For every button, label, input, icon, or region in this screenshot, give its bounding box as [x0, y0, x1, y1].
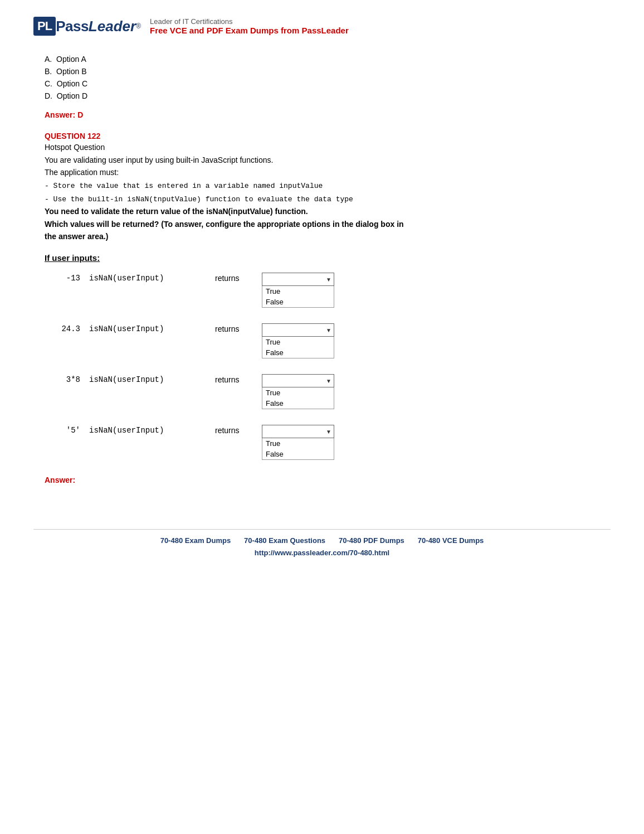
- option-d-text: Option D: [57, 91, 87, 100]
- input-value-1: -13: [45, 273, 89, 283]
- dropdown-4-top[interactable]: ▼: [262, 425, 334, 438]
- input-value-4: '5': [45, 425, 89, 435]
- footer-url[interactable]: http://www.passleader.com/70-480.html: [255, 549, 389, 557]
- logo-pass: Pass: [56, 18, 89, 35]
- logo-reg: ®: [136, 22, 141, 30]
- answer1-value: D: [77, 110, 83, 119]
- input-returns-1: returns: [212, 273, 256, 283]
- input-value-2: 24.3: [45, 323, 89, 333]
- if-user-section: If user inputs: -13 isNaN(userInput) ret…: [45, 253, 611, 460]
- options-section: A. Option A B. Option B C. Option C D. O…: [45, 55, 611, 100]
- option-d-letter: D.: [45, 91, 52, 100]
- footer-link-2[interactable]: 70-480 Exam Questions: [244, 536, 325, 545]
- if-user-title: If user inputs:: [45, 253, 611, 263]
- dropdown-1-option-false[interactable]: False: [262, 297, 334, 307]
- page-header: PL PassLeader® Leader of IT Certificatio…: [33, 11, 611, 39]
- input-row-2: 24.3 isNaN(userInput) returns ▼ True Fal…: [45, 323, 611, 358]
- chevron-down-icon-4: ▼: [326, 428, 331, 434]
- footer-link-1[interactable]: 70-480 Exam Dumps: [160, 536, 231, 545]
- qbody-line7: the answer area.): [45, 232, 108, 241]
- chevron-down-icon-3: ▼: [326, 377, 331, 384]
- dropdown-3-options: True False: [262, 387, 334, 409]
- dropdown-3[interactable]: ▼ True False: [262, 374, 334, 409]
- qbody-line5: You need to validate the return value of…: [45, 207, 308, 216]
- input-row-1: -13 isNaN(userInput) returns ▼ True Fals…: [45, 273, 611, 308]
- footer-links: 70-480 Exam Dumps 70-480 Exam Questions …: [33, 536, 611, 545]
- header-right: Leader of IT Certifications Free VCE and…: [150, 17, 349, 35]
- qbody-line1: You are validating user input by using b…: [45, 156, 273, 164]
- question-title: QUESTION 122: [45, 132, 611, 140]
- answer1-label: Answer:: [45, 110, 75, 119]
- dropdown-4-option-true[interactable]: True: [262, 438, 334, 449]
- option-b-letter: B.: [45, 67, 52, 76]
- input-row-3: 3*8 isNaN(userInput) returns ▼ True Fals…: [45, 374, 611, 409]
- dropdown-3-option-true[interactable]: True: [262, 387, 334, 398]
- option-c: C. Option C: [45, 79, 611, 88]
- leader-text: Leader of IT Certifications: [150, 17, 349, 26]
- chevron-down-icon: ▼: [326, 276, 331, 282]
- logo-leader: Leader: [89, 18, 136, 35]
- qbody-line3: - Store the value that is entered in a v…: [45, 182, 323, 190]
- dropdown-2[interactable]: ▼ True False: [262, 323, 334, 358]
- dropdown-4-options: True False: [262, 438, 334, 460]
- footer-link-3[interactable]: 70-480 PDF Dumps: [339, 536, 404, 545]
- answer2-line: Answer:: [45, 476, 611, 484]
- dropdown-1-top[interactable]: ▼: [262, 273, 334, 286]
- free-vce-text: Free VCE and PDF Exam Dumps from PassLea…: [150, 26, 349, 35]
- input-func-1: isNaN(userInput): [89, 273, 212, 283]
- chevron-down-icon-2: ▼: [326, 327, 331, 333]
- qbody-line4: - Use the built-in isNaN(tnputValue) fun…: [45, 195, 353, 203]
- input-func-2: isNaN(userInput): [89, 323, 212, 333]
- dropdown-2-options: True False: [262, 337, 334, 358]
- logo: PL PassLeader®: [33, 17, 141, 36]
- dropdown-1[interactable]: ▼ True False: [262, 273, 334, 308]
- dropdown-1-options: True False: [262, 286, 334, 308]
- dropdown-2-option-true[interactable]: True: [262, 337, 334, 347]
- input-func-4: isNaN(userInput): [89, 425, 212, 435]
- option-c-letter: C.: [45, 79, 52, 88]
- option-c-text: Option C: [57, 79, 87, 88]
- option-b: B. Option B: [45, 67, 611, 76]
- dropdown-3-top[interactable]: ▼: [262, 374, 334, 387]
- dropdown-4-option-false[interactable]: False: [262, 449, 334, 459]
- input-row-4: '5' isNaN(userInput) returns ▼ True Fals…: [45, 425, 611, 460]
- dropdown-4[interactable]: ▼ True False: [262, 425, 334, 460]
- input-returns-4: returns: [212, 425, 256, 435]
- input-value-3: 3*8: [45, 374, 89, 384]
- question-body: You are validating user input by using b…: [45, 154, 611, 243]
- qbody-line2: The application must:: [45, 168, 119, 177]
- input-returns-3: returns: [212, 374, 256, 384]
- dropdown-2-top[interactable]: ▼: [262, 323, 334, 337]
- qbody-line6: Which values will be returned? (To answe…: [45, 220, 404, 229]
- question-section: QUESTION 122 Hotspot Question You are va…: [45, 132, 611, 243]
- question-type: Hotspot Question: [45, 143, 611, 152]
- input-func-3: isNaN(userInput): [89, 374, 212, 384]
- footer-link-4[interactable]: 70-480 VCE Dumps: [418, 536, 484, 545]
- dropdown-3-option-false[interactable]: False: [262, 398, 334, 409]
- logo-pl: PL: [33, 17, 56, 36]
- answer1-line: Answer: D: [45, 110, 611, 119]
- answer2-label: Answer:: [45, 476, 75, 484]
- dropdown-1-option-true[interactable]: True: [262, 286, 334, 297]
- option-a: A. Option A: [45, 55, 611, 64]
- option-d: D. Option D: [45, 91, 611, 100]
- page-footer: 70-480 Exam Dumps 70-480 Exam Questions …: [33, 529, 611, 557]
- option-b-text: Option B: [56, 67, 86, 76]
- footer-url-line: http://www.passleader.com/70-480.html: [33, 548, 611, 557]
- option-a-letter: A.: [45, 55, 52, 64]
- option-a-text: Option A: [56, 55, 86, 64]
- input-returns-2: returns: [212, 323, 256, 333]
- dropdown-2-option-false[interactable]: False: [262, 347, 334, 358]
